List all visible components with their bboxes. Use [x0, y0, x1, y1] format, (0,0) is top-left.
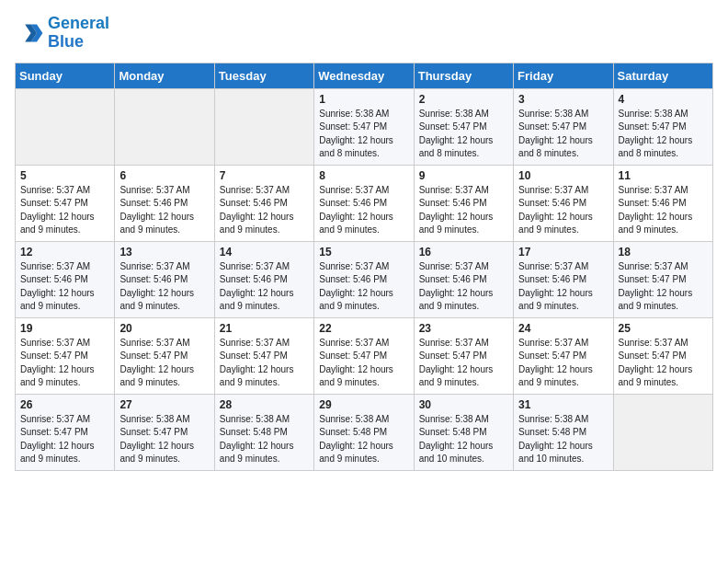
day-number: 13 — [119, 246, 209, 259]
day-info: Sunrise: 5:37 AM Sunset: 5:47 PM Dayligh… — [20, 337, 109, 390]
day-info: Sunrise: 5:37 AM Sunset: 5:47 PM Dayligh… — [619, 337, 708, 390]
calendar-week-row: 1Sunrise: 5:38 AM Sunset: 5:47 PM Daylig… — [16, 88, 713, 165]
weekday-header-friday: Friday — [514, 63, 613, 88]
page-header: General Blue — [15, 15, 713, 52]
day-info: Sunrise: 5:37 AM Sunset: 5:46 PM Dayligh… — [119, 184, 209, 237]
logo-text: General Blue — [48, 15, 109, 52]
day-number: 20 — [119, 322, 209, 335]
day-number: 9 — [419, 169, 508, 182]
calendar-cell — [214, 88, 313, 165]
calendar-cell: 19Sunrise: 5:37 AM Sunset: 5:47 PM Dayli… — [16, 317, 115, 394]
day-number: 29 — [319, 398, 408, 411]
calendar-cell: 12Sunrise: 5:37 AM Sunset: 5:46 PM Dayli… — [16, 241, 115, 317]
weekday-header-row: SundayMondayTuesdayWednesdayThursdayFrid… — [16, 63, 713, 88]
day-info: Sunrise: 5:37 AM Sunset: 5:47 PM Dayligh… — [518, 337, 608, 390]
calendar-cell: 7Sunrise: 5:37 AM Sunset: 5:46 PM Daylig… — [214, 165, 313, 241]
calendar-cell: 23Sunrise: 5:37 AM Sunset: 5:47 PM Dayli… — [414, 317, 513, 394]
calendar-cell: 13Sunrise: 5:37 AM Sunset: 5:46 PM Dayli… — [115, 241, 214, 317]
day-info: Sunrise: 5:37 AM Sunset: 5:46 PM Dayligh… — [419, 260, 508, 314]
calendar-cell: 9Sunrise: 5:37 AM Sunset: 5:46 PM Daylig… — [414, 165, 513, 241]
day-info: Sunrise: 5:38 AM Sunset: 5:47 PM Dayligh… — [619, 108, 708, 161]
calendar-cell: 16Sunrise: 5:37 AM Sunset: 5:46 PM Dayli… — [414, 241, 513, 317]
calendar-cell: 15Sunrise: 5:37 AM Sunset: 5:46 PM Dayli… — [314, 241, 414, 317]
calendar-cell — [16, 88, 115, 165]
day-number: 25 — [619, 322, 708, 335]
calendar-cell: 24Sunrise: 5:37 AM Sunset: 5:47 PM Dayli… — [514, 317, 613, 394]
day-number: 5 — [20, 169, 109, 182]
day-number: 10 — [518, 169, 608, 182]
calendar-cell: 27Sunrise: 5:38 AM Sunset: 5:47 PM Dayli… — [115, 394, 214, 470]
day-info: Sunrise: 5:37 AM Sunset: 5:47 PM Dayligh… — [20, 184, 109, 237]
day-number: 26 — [20, 398, 109, 411]
calendar-cell: 22Sunrise: 5:37 AM Sunset: 5:47 PM Dayli… — [314, 317, 414, 394]
calendar-week-row: 26Sunrise: 5:37 AM Sunset: 5:47 PM Dayli… — [16, 394, 713, 470]
calendar-cell: 10Sunrise: 5:37 AM Sunset: 5:46 PM Dayli… — [514, 165, 613, 241]
day-number: 16 — [419, 246, 508, 259]
day-number: 21 — [220, 322, 309, 335]
calendar-cell: 14Sunrise: 5:37 AM Sunset: 5:46 PM Dayli… — [214, 241, 313, 317]
day-number: 8 — [319, 169, 408, 182]
day-info: Sunrise: 5:37 AM Sunset: 5:46 PM Dayligh… — [518, 260, 608, 314]
day-info: Sunrise: 5:37 AM Sunset: 5:47 PM Dayligh… — [119, 337, 209, 390]
calendar-cell: 5Sunrise: 5:37 AM Sunset: 5:47 PM Daylig… — [16, 165, 115, 241]
day-info: Sunrise: 5:38 AM Sunset: 5:47 PM Dayligh… — [119, 413, 209, 466]
day-number: 23 — [419, 322, 508, 335]
calendar-cell: 30Sunrise: 5:38 AM Sunset: 5:48 PM Dayli… — [414, 394, 513, 470]
weekday-header-thursday: Thursday — [414, 63, 513, 88]
day-number: 6 — [119, 169, 209, 182]
calendar-cell: 21Sunrise: 5:37 AM Sunset: 5:47 PM Dayli… — [214, 317, 313, 394]
calendar-cell: 3Sunrise: 5:38 AM Sunset: 5:47 PM Daylig… — [514, 88, 613, 165]
day-info: Sunrise: 5:37 AM Sunset: 5:46 PM Dayligh… — [419, 184, 508, 237]
calendar-cell: 18Sunrise: 5:37 AM Sunset: 5:47 PM Dayli… — [613, 241, 712, 317]
calendar-cell: 28Sunrise: 5:38 AM Sunset: 5:48 PM Dayli… — [214, 394, 313, 470]
day-number: 14 — [220, 246, 309, 259]
calendar-cell — [115, 88, 214, 165]
weekday-header-wednesday: Wednesday — [314, 63, 414, 88]
day-number: 18 — [619, 246, 708, 259]
calendar-cell: 4Sunrise: 5:38 AM Sunset: 5:47 PM Daylig… — [613, 88, 712, 165]
logo: General Blue — [15, 15, 109, 52]
day-info: Sunrise: 5:37 AM Sunset: 5:47 PM Dayligh… — [419, 337, 508, 390]
day-info: Sunrise: 5:38 AM Sunset: 5:47 PM Dayligh… — [518, 108, 608, 161]
day-number: 19 — [20, 322, 109, 335]
calendar-table: SundayMondayTuesdayWednesdayThursdayFrid… — [15, 63, 713, 471]
logo-icon — [15, 18, 44, 48]
day-number: 7 — [220, 169, 309, 182]
day-number: 15 — [319, 246, 408, 259]
day-number: 31 — [518, 398, 608, 411]
day-number: 27 — [119, 398, 209, 411]
calendar-week-row: 5Sunrise: 5:37 AM Sunset: 5:47 PM Daylig… — [16, 165, 713, 241]
day-number: 12 — [20, 246, 109, 259]
day-number: 2 — [419, 93, 508, 106]
calendar-cell: 6Sunrise: 5:37 AM Sunset: 5:46 PM Daylig… — [115, 165, 214, 241]
day-number: 3 — [518, 93, 608, 106]
calendar-cell: 17Sunrise: 5:37 AM Sunset: 5:46 PM Dayli… — [514, 241, 613, 317]
calendar-cell: 31Sunrise: 5:38 AM Sunset: 5:48 PM Dayli… — [514, 394, 613, 470]
day-info: Sunrise: 5:37 AM Sunset: 5:46 PM Dayligh… — [319, 184, 408, 237]
day-info: Sunrise: 5:37 AM Sunset: 5:47 PM Dayligh… — [220, 337, 309, 390]
day-number: 17 — [518, 246, 608, 259]
weekday-header-tuesday: Tuesday — [214, 63, 313, 88]
calendar-week-row: 19Sunrise: 5:37 AM Sunset: 5:47 PM Dayli… — [16, 317, 713, 394]
weekday-header-monday: Monday — [115, 63, 214, 88]
day-info: Sunrise: 5:37 AM Sunset: 5:46 PM Dayligh… — [220, 260, 309, 314]
day-number: 28 — [220, 398, 309, 411]
day-info: Sunrise: 5:38 AM Sunset: 5:48 PM Dayligh… — [220, 413, 309, 466]
day-info: Sunrise: 5:38 AM Sunset: 5:48 PM Dayligh… — [419, 413, 508, 466]
day-info: Sunrise: 5:37 AM Sunset: 5:46 PM Dayligh… — [518, 184, 608, 237]
day-info: Sunrise: 5:38 AM Sunset: 5:47 PM Dayligh… — [319, 108, 408, 161]
day-number: 4 — [619, 93, 708, 106]
calendar-cell: 2Sunrise: 5:38 AM Sunset: 5:47 PM Daylig… — [414, 88, 513, 165]
day-info: Sunrise: 5:37 AM Sunset: 5:46 PM Dayligh… — [119, 260, 209, 314]
day-info: Sunrise: 5:38 AM Sunset: 5:48 PM Dayligh… — [319, 413, 408, 466]
calendar-cell: 29Sunrise: 5:38 AM Sunset: 5:48 PM Dayli… — [314, 394, 414, 470]
day-number: 22 — [319, 322, 408, 335]
calendar-cell: 8Sunrise: 5:37 AM Sunset: 5:46 PM Daylig… — [314, 165, 414, 241]
calendar-cell: 11Sunrise: 5:37 AM Sunset: 5:46 PM Dayli… — [613, 165, 712, 241]
weekday-header-saturday: Saturday — [613, 63, 712, 88]
day-info: Sunrise: 5:37 AM Sunset: 5:47 PM Dayligh… — [619, 260, 708, 314]
day-info: Sunrise: 5:37 AM Sunset: 5:46 PM Dayligh… — [319, 260, 408, 314]
calendar-cell: 25Sunrise: 5:37 AM Sunset: 5:47 PM Dayli… — [613, 317, 712, 394]
day-info: Sunrise: 5:37 AM Sunset: 5:46 PM Dayligh… — [220, 184, 309, 237]
calendar-cell: 20Sunrise: 5:37 AM Sunset: 5:47 PM Dayli… — [115, 317, 214, 394]
